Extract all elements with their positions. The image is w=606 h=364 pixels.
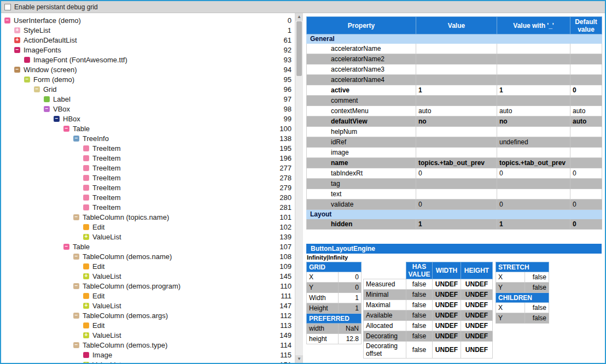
expand-icon[interactable]: + <box>83 234 89 240</box>
tree-item[interactable]: +ValueList151 <box>1 360 295 363</box>
tree-item[interactable]: Label97 <box>1 94 295 104</box>
collapse-icon[interactable]: − <box>34 86 40 92</box>
tree-item[interactable]: −TableColumn (demos.name)108 <box>1 251 295 261</box>
tree-item[interactable]: +ValueList147 <box>1 301 295 310</box>
expand-icon[interactable]: + <box>83 332 89 338</box>
tree-item[interactable]: Edit111 <box>1 291 295 301</box>
property-row[interactable]: acceleratorName <box>307 44 602 54</box>
tree-item[interactable]: −TableColumn (demos.args)112 <box>1 310 295 320</box>
property-row[interactable]: tag <box>307 179 602 189</box>
collapse-icon[interactable]: − <box>73 254 79 260</box>
property-row[interactable]: nametopics.+tab_out_prevtopics.+tab_out_… <box>307 158 602 168</box>
metric-label: Y <box>496 283 525 293</box>
tree-item[interactable]: −TableColumn (demos.type)114 <box>1 340 295 350</box>
tree-item[interactable]: +ValueList139 <box>1 232 295 242</box>
property-row[interactable]: contextMenuautoautoauto <box>307 106 602 116</box>
property-name: helpNum <box>307 127 416 137</box>
node-icon <box>83 204 89 210</box>
section-header: General <box>307 34 602 44</box>
collapse-icon[interactable]: − <box>54 116 60 122</box>
metric-label: Allocated <box>364 321 406 331</box>
collapse-icon[interactable]: − <box>14 47 20 53</box>
property-row[interactable]: tabIndexRt000 <box>307 168 602 179</box>
property-value <box>416 96 497 106</box>
metric-label: Measured <box>364 279 406 290</box>
property-row[interactable]: acceleratorName3 <box>307 64 602 75</box>
tree-item[interactable]: −TableColumn (topics.name)101 <box>1 212 295 222</box>
tree-item[interactable]: −Table100 <box>1 124 295 133</box>
expand-icon[interactable]: + <box>83 303 89 309</box>
expand-icon[interactable]: + <box>14 27 20 33</box>
metrics-row: MeasuredfalseUNDEFUNDEF <box>364 279 493 290</box>
tree-item[interactable]: +ValueList145 <box>1 271 295 281</box>
property-row[interactable]: image <box>307 148 602 158</box>
tree-item[interactable]: TreeItem195 <box>1 143 295 153</box>
tree-item[interactable]: Edit102 <box>1 222 295 232</box>
mini-table-row: Xfalse <box>496 303 549 313</box>
scrollbar-track[interactable] <box>295 77 303 355</box>
property-row[interactable]: text <box>307 189 602 199</box>
tree-item[interactable]: TreeItem279 <box>1 183 295 192</box>
collapse-icon[interactable]: − <box>73 342 79 348</box>
tree-item[interactable]: Edit109 <box>1 261 295 271</box>
tree-item[interactable]: −TableColumn (demos.program)110 <box>1 281 295 291</box>
property-value: 1 <box>416 219 497 230</box>
tree-item-label: ImageFonts <box>24 46 61 54</box>
tree-item[interactable]: −Form (demo)95 <box>1 74 295 84</box>
collapse-icon[interactable]: − <box>63 244 69 250</box>
tree-item[interactable]: −Window (screen)94 <box>1 64 295 74</box>
property-row[interactable]: helpNum <box>307 127 602 137</box>
property-table: PropertyValueValue with '_'Default value… <box>306 16 602 230</box>
tree-item[interactable]: −TreeInfo138 <box>1 133 295 143</box>
property-row[interactable]: validate000 <box>307 199 602 210</box>
property-row[interactable]: active110 <box>307 85 602 96</box>
tree-item-id: 196 <box>279 154 295 162</box>
mini-table-row: Yfalse <box>496 313 549 324</box>
tree-item[interactable]: +ActionDefaultList61 <box>1 35 295 45</box>
tree-item[interactable]: −UserInterface (demo)0 <box>1 15 295 25</box>
property-row[interactable]: defaultViewnonoauto <box>307 116 602 127</box>
tree-item[interactable]: TreeItem196 <box>1 153 295 163</box>
tree-scrollbar[interactable]: ▲ ▼ <box>295 13 303 363</box>
collapse-icon[interactable]: − <box>4 17 10 24</box>
collapse-icon[interactable]: − <box>63 126 69 132</box>
expand-icon[interactable]: + <box>83 273 89 279</box>
collapse-icon[interactable]: − <box>24 77 30 83</box>
tree-item[interactable]: Image115 <box>1 350 295 360</box>
property-row[interactable]: hidden110 <box>307 219 602 230</box>
tree-item[interactable]: Edit113 <box>1 320 295 330</box>
metric-label: Decorating <box>364 331 406 342</box>
collapse-icon[interactable]: − <box>73 283 79 289</box>
debug-grid-checkbox[interactable] <box>4 4 11 10</box>
collapse-icon[interactable]: − <box>73 313 79 319</box>
tree-item[interactable]: TreeItem281 <box>1 202 295 212</box>
property-value-underscore <box>497 54 570 64</box>
property-row[interactable]: acceleratorName2 <box>307 54 602 64</box>
tree-item[interactable]: +ValueList149 <box>1 330 295 340</box>
property-row[interactable]: idRefundefined <box>307 137 602 148</box>
property-row[interactable]: acceleratorName4 <box>307 75 602 85</box>
tree-item[interactable]: −ImageFonts92 <box>1 45 295 55</box>
scroll-up-icon[interactable]: ▲ <box>295 13 303 21</box>
collapse-icon[interactable]: − <box>73 136 79 142</box>
tree-item[interactable]: ImageFont (FontAwesome.ttf)93 <box>1 55 295 64</box>
metric-width: UNDEF <box>433 342 461 359</box>
scroll-down-icon[interactable]: ▼ <box>295 355 303 363</box>
tree-item[interactable]: +StyleList1 <box>1 25 295 35</box>
scrollbar-thumb[interactable] <box>296 21 302 76</box>
tree-item[interactable]: TreeItem280 <box>1 192 295 202</box>
tree-item[interactable]: −HBox99 <box>1 114 295 124</box>
collapse-icon[interactable]: − <box>73 214 79 220</box>
tree-item[interactable]: −Table107 <box>1 242 295 251</box>
tree-item[interactable]: −VBox98 <box>1 104 295 114</box>
mini-table-row: Height1 <box>307 303 362 314</box>
tree-item[interactable]: −Grid96 <box>1 84 295 94</box>
expand-icon[interactable]: + <box>83 362 89 363</box>
property-row[interactable]: comment <box>307 96 602 106</box>
collapse-icon[interactable]: − <box>44 106 50 112</box>
expand-icon[interactable]: + <box>14 37 20 43</box>
metric-value: NaN <box>339 324 362 334</box>
tree-item[interactable]: TreeItem278 <box>1 173 295 183</box>
collapse-icon[interactable]: − <box>14 67 20 73</box>
tree-item[interactable]: TreeItem277 <box>1 163 295 173</box>
